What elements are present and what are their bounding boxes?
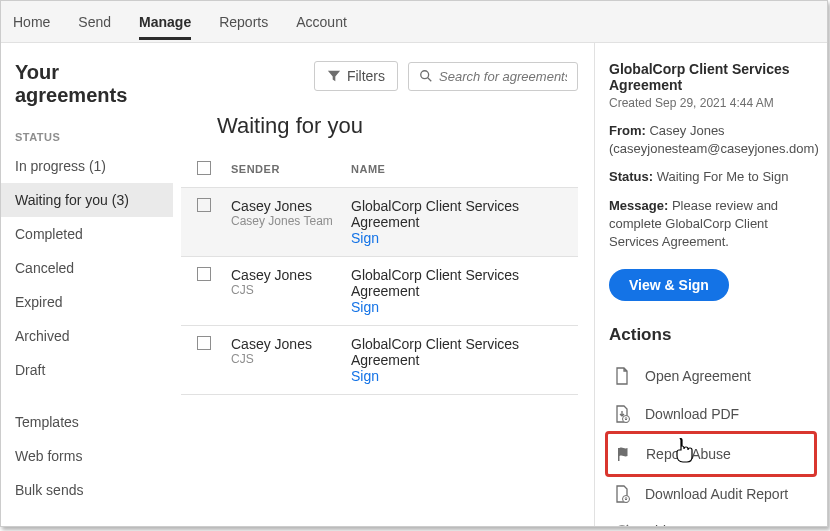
file-icon <box>613 367 631 385</box>
detail-panel: GlobalCorp Client Services Agreement Cre… <box>595 43 827 526</box>
doc-name: GlobalCorp Client Services Agreement <box>351 198 572 230</box>
section-title: Waiting for you <box>181 113 578 139</box>
sidebar-item-canceled[interactable]: Canceled <box>1 251 173 285</box>
detail-from: From: Casey Jones (caseyjonesteam@caseyj… <box>609 122 813 158</box>
action-label: Hide Agreement <box>645 523 745 526</box>
doc-name: GlobalCorp Client Services Agreement <box>351 336 572 368</box>
from-email: (caseyjonesteam@caseyjones.dom) <box>609 141 819 156</box>
sign-link[interactable]: Sign <box>351 299 572 315</box>
detail-created: Created Sep 29, 2021 4:44 AM <box>609 96 813 110</box>
action-label: Open Agreement <box>645 368 751 384</box>
top-nav: Home Send Manage Reports Account <box>1 1 827 43</box>
col-sender: SENDER <box>225 151 345 188</box>
row-checkbox[interactable] <box>197 198 211 212</box>
sidebar-item-waiting[interactable]: Waiting for you (3) <box>1 183 173 217</box>
action-report-abuse[interactable]: Report Abuse <box>610 438 812 470</box>
sidebar: Your agreements STATUS In progress (1) W… <box>1 43 173 526</box>
page-title: Your agreements <box>1 61 173 121</box>
nav-reports[interactable]: Reports <box>219 3 268 40</box>
table-row[interactable]: Casey Jones CJS GlobalCorp Client Servic… <box>181 257 578 326</box>
sidebar-item-completed[interactable]: Completed <box>1 217 173 251</box>
download-report-icon <box>613 485 631 503</box>
detail-status: Status: Waiting For Me to Sign <box>609 168 813 186</box>
sign-link[interactable]: Sign <box>351 368 572 384</box>
sender-name: Casey Jones <box>231 336 339 352</box>
hide-icon <box>613 524 631 526</box>
table-row[interactable]: Casey Jones CJS GlobalCorp Client Servic… <box>181 326 578 395</box>
detail-title: GlobalCorp Client Services Agreement <box>609 61 813 93</box>
action-label: Report Abuse <box>646 446 731 462</box>
sidebar-item-expired[interactable]: Expired <box>1 285 173 319</box>
row-checkbox[interactable] <box>197 336 211 350</box>
status-label: Status: <box>609 169 653 184</box>
sidebar-item-templates[interactable]: Templates <box>1 405 173 439</box>
search-icon <box>419 69 433 83</box>
action-label: Download Audit Report <box>645 486 788 502</box>
search-input[interactable] <box>439 69 567 84</box>
action-download-audit-report[interactable]: Download Audit Report <box>609 475 813 513</box>
nav-home[interactable]: Home <box>13 3 50 40</box>
detail-message: Message: Please review and complete Glob… <box>609 197 813 252</box>
sidebar-item-draft[interactable]: Draft <box>1 353 173 387</box>
search-box[interactable] <box>408 62 578 91</box>
sidebar-item-archived[interactable]: Archived <box>1 319 173 353</box>
filters-label: Filters <box>347 68 385 84</box>
sidebar-item-bulk-sends[interactable]: Bulk sends <box>1 473 173 507</box>
message-label: Message: <box>609 198 668 213</box>
nav-send[interactable]: Send <box>78 3 111 40</box>
nav-manage[interactable]: Manage <box>139 3 191 40</box>
status-value: Waiting For Me to Sign <box>657 169 789 184</box>
sender-team: CJS <box>231 283 339 297</box>
funnel-icon <box>327 69 341 83</box>
action-hide-agreement[interactable]: Hide Agreement <box>609 513 813 526</box>
agreements-table: SENDER NAME Casey Jones Casey Jones Team… <box>181 151 578 395</box>
sender-name: Casey Jones <box>231 198 339 214</box>
sender-team: Casey Jones Team <box>231 214 339 228</box>
sign-link[interactable]: Sign <box>351 230 572 246</box>
sidebar-item-in-progress[interactable]: In progress (1) <box>1 149 173 183</box>
table-row[interactable]: Casey Jones Casey Jones Team GlobalCorp … <box>181 188 578 257</box>
action-open-agreement[interactable]: Open Agreement <box>609 357 813 395</box>
sender-name: Casey Jones <box>231 267 339 283</box>
from-label: From: <box>609 123 646 138</box>
svg-line-1 <box>428 78 432 82</box>
nav-account[interactable]: Account <box>296 3 347 40</box>
filters-button[interactable]: Filters <box>314 61 398 91</box>
download-pdf-icon <box>613 405 631 423</box>
svg-point-0 <box>421 71 429 79</box>
doc-name: GlobalCorp Client Services Agreement <box>351 267 572 299</box>
actions-heading: Actions <box>609 325 813 345</box>
select-all-checkbox[interactable] <box>197 161 211 175</box>
view-sign-button[interactable]: View & Sign <box>609 269 729 301</box>
from-name: Casey Jones <box>649 123 724 138</box>
col-name: NAME <box>345 151 578 188</box>
sender-team: CJS <box>231 352 339 366</box>
flag-icon <box>614 446 632 462</box>
action-download-pdf[interactable]: Download PDF <box>609 395 813 433</box>
row-checkbox[interactable] <box>197 267 211 281</box>
action-label: Download PDF <box>645 406 739 422</box>
main-panel: Filters Waiting for you SENDER NAME <box>173 43 595 526</box>
status-header: STATUS <box>1 121 173 149</box>
sidebar-item-web-forms[interactable]: Web forms <box>1 439 173 473</box>
highlight-report-abuse: Report Abuse <box>605 431 817 477</box>
